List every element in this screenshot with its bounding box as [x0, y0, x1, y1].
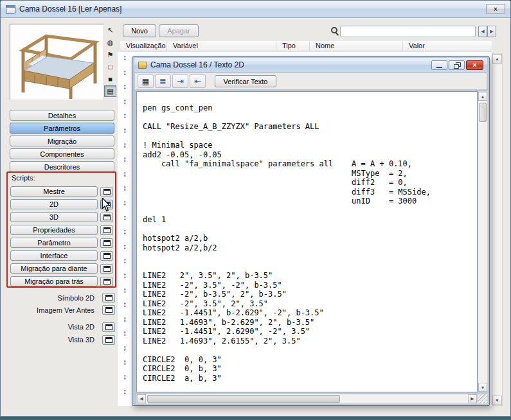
row-reorder-handle[interactable]: ↕ [118, 155, 131, 170]
open-script-window-button-parametro[interactable] [100, 238, 113, 248]
script-button-migracao-para-diante[interactable]: Migração para diante [10, 263, 98, 274]
open-window-button-vista-3d[interactable] [102, 335, 115, 345]
open-window-button-vista-2d[interactable] [102, 322, 115, 332]
search-next-button[interactable]: ▶ [487, 26, 496, 37]
script-button-interface[interactable]: Interface [10, 250, 98, 261]
editor-scroll-up-icon[interactable]: ▲ [478, 92, 487, 101]
row-reorder-handle[interactable]: ↕ [118, 242, 131, 257]
sidebar-tab-detalhes[interactable]: Detalhes [10, 110, 114, 121]
editor-scroll-left-icon[interactable]: ◀ [137, 394, 146, 403]
window-icon [103, 279, 111, 284]
open-script-window-button-mestre[interactable] [100, 187, 113, 197]
vista-2d-label: Vista 2D [10, 323, 100, 331]
window-icon [103, 214, 111, 220]
open-script-window-button-migracao-para-tras[interactable] [100, 277, 113, 286]
editor-minimize-button[interactable] [431, 60, 447, 70]
row-reorder-handle[interactable]: ↕ [118, 344, 131, 358]
delete-button[interactable]: Apagar [159, 24, 199, 37]
window-icon [105, 295, 112, 301]
script-button-mestre[interactable]: Mestre [10, 186, 98, 197]
line-list-icon[interactable]: ≣ [155, 74, 171, 88]
script-button-2d[interactable]: 2D [10, 199, 98, 209]
row-reorder-handle[interactable]: ↕ [118, 315, 131, 329]
open-script-window-button-3d[interactable] [100, 213, 113, 222]
editor-vertical-scrollbar[interactable]: ▲ ▼ [478, 91, 488, 392]
verify-text-button[interactable]: Verificar Texto [215, 75, 276, 87]
window-close-button[interactable]: × [486, 4, 505, 14]
editor-scroll-right-icon[interactable]: ▶ [468, 394, 477, 403]
row-reorder-handle[interactable]: ↕ [118, 68, 131, 83]
row-reorder-handle[interactable]: ↕ [118, 256, 131, 271]
open-script-window-button-propriedades[interactable] [100, 225, 113, 235]
row-reorder-handle[interactable]: ↕ [118, 97, 131, 112]
editor-horizontal-scrollbar[interactable]: ◀ ▶ [136, 394, 478, 404]
symbol-rows: Símbolo 2DImagem Ver Antes [10, 292, 115, 316]
script-button-3d[interactable]: 3D [10, 212, 98, 222]
vista-3d-row: Vista 3D [10, 333, 115, 346]
select-all-icon[interactable]: ▦ [138, 74, 154, 88]
wireframe-cube-tool-icon[interactable]: □ [104, 61, 116, 73]
script-button-propriedades[interactable]: Propriedades [10, 225, 98, 235]
outdent-icon[interactable]: ⇤ [190, 74, 206, 88]
pointer-tool-icon[interactable]: ↖ [104, 24, 116, 36]
vista-2d-row: Vista 2D [10, 320, 115, 333]
row-reorder-handle[interactable]: ↕ [118, 372, 131, 387]
row-reorder-handle[interactable]: ↕ [118, 82, 131, 97]
scroll-up-icon[interactable]: ▲ [492, 54, 502, 64]
column-header-3: Nome [310, 41, 403, 51]
script-button-parametro[interactable]: Parâmetro [10, 238, 98, 248]
editor-scroll-down-icon[interactable]: ▼ [478, 383, 487, 392]
main-vertical-scrollbar[interactable]: ▲ ▼ [492, 53, 503, 406]
editor-close-button[interactable]: × [466, 60, 483, 70]
sidebar-tab-descritores[interactable]: Descritores [10, 161, 114, 172]
app-icon [6, 5, 15, 13]
editor-restore-button[interactable] [449, 60, 465, 70]
row-reorder-handle[interactable]: ↕ [118, 227, 131, 242]
search-input[interactable] [340, 26, 476, 37]
open-script-window-button-interface[interactable] [100, 251, 113, 261]
row-reorder-handle[interactable]: ↕ [118, 387, 131, 402]
row-reorder-handle[interactable]: ↕ [118, 286, 131, 301]
window-icon [105, 324, 112, 330]
sidebar-tab-parametros[interactable]: Parâmetros [10, 123, 114, 134]
row-reorder-handle[interactable]: ↕ [118, 141, 131, 155]
scripts-group: Scripts: Mestre2D3DPropriedadesParâmetro… [6, 171, 116, 288]
editor-toolbar: ▦≣⇥⇤ Verificar Texto [134, 73, 487, 90]
open-window-button-simbolo-2d[interactable] [102, 293, 115, 302]
imagem-ver-antes-row: Imagem Ver Antes [10, 304, 115, 316]
sidebar-tab-migracao[interactable]: Migração [10, 136, 114, 146]
scroll-down-icon[interactable]: ▼ [492, 396, 502, 405]
row-reorder-handle[interactable]: ↕ [118, 213, 131, 228]
search-previous-button[interactable]: ◀ [478, 26, 487, 37]
preview-toolstrip: ↖◍⚑□■▤ [104, 24, 116, 98]
solid-cube-tool-icon[interactable]: ■ [104, 73, 116, 85]
row-reorder-handle[interactable]: ↕ [118, 53, 131, 68]
simbolo-2d-label: Símbolo 2D [10, 294, 100, 302]
script-window-tool-icon[interactable]: ▤ [104, 85, 116, 97]
flag-tool-icon[interactable]: ⚑ [104, 49, 116, 60]
new-button[interactable]: Novo [123, 24, 156, 37]
script-row-parametro: Parâmetro [10, 236, 114, 249]
sidebar-tab-componentes[interactable]: Componentes [10, 148, 114, 159]
open-window-button-imagem-ver-antes[interactable] [102, 305, 115, 315]
row-reorder-handle[interactable]: ↕ [118, 198, 131, 213]
hatch-circle-tool-icon[interactable]: ◍ [104, 37, 116, 48]
row-reorder-handle[interactable]: ↕ [118, 300, 131, 315]
row-reorder-handle[interactable]: ↕ [118, 358, 131, 372]
open-script-window-button-migracao-para-diante[interactable] [100, 264, 113, 274]
row-reorder-handle[interactable]: ↕ [118, 184, 131, 198]
row-reorder-handle[interactable]: ↕ [118, 126, 131, 141]
script-button-migracao-para-tras[interactable]: Migração para trás [10, 276, 98, 286]
row-reorder-handle[interactable]: ↕ [118, 111, 131, 126]
row-reorder-handle[interactable]: ↕ [118, 329, 131, 344]
editor-titlebar[interactable]: Cama Dossel 16 / Texto 2D × [134, 58, 487, 72]
resize-grip[interactable] [478, 394, 488, 404]
row-reorder-handle[interactable]: ↕ [118, 170, 131, 184]
gdl-code-editor[interactable]: pen gs_cont_pen CALL "Resize_A_B_ZZYZX" … [136, 91, 478, 392]
scripts-group-label: Scripts: [12, 174, 35, 182]
indent-icon[interactable]: ⇥ [172, 74, 188, 88]
row-reorder-handle[interactable]: ↕ [118, 271, 131, 286]
editor-vscroll-thumb[interactable] [479, 103, 487, 122]
editor-hscroll-thumb[interactable] [147, 395, 340, 403]
window-titlebar[interactable]: Cama Dossel 16 [Ler Apenas] × [1, 1, 510, 18]
